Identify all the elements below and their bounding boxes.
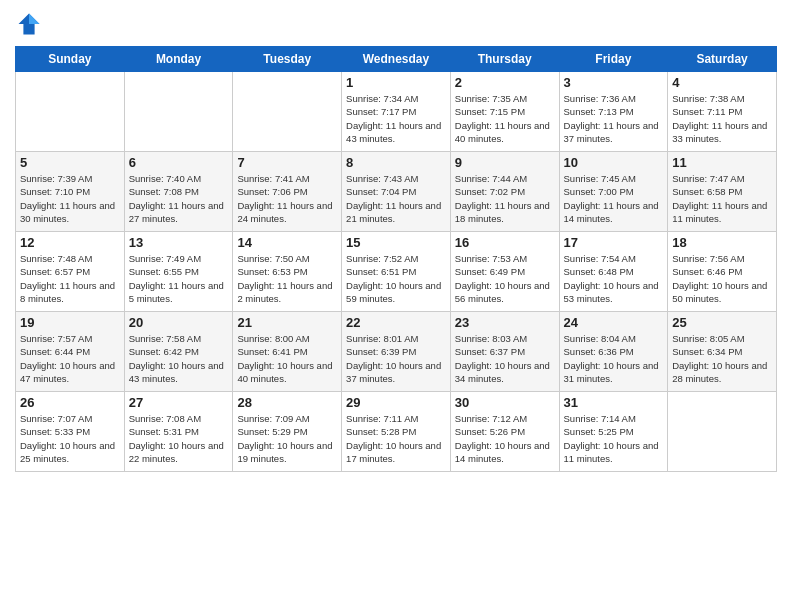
- calendar-body: 1Sunrise: 7:34 AM Sunset: 7:17 PM Daylig…: [16, 72, 777, 472]
- day-cell: 22Sunrise: 8:01 AM Sunset: 6:39 PM Dayli…: [342, 312, 451, 392]
- date-number: 27: [129, 395, 229, 410]
- week-row-1: 1Sunrise: 7:34 AM Sunset: 7:17 PM Daylig…: [16, 72, 777, 152]
- date-number: 4: [672, 75, 772, 90]
- day-cell: 15Sunrise: 7:52 AM Sunset: 6:51 PM Dayli…: [342, 232, 451, 312]
- date-number: 1: [346, 75, 446, 90]
- day-info: Sunrise: 7:14 AM Sunset: 5:25 PM Dayligh…: [564, 412, 664, 465]
- date-number: 12: [20, 235, 120, 250]
- day-cell: 8Sunrise: 7:43 AM Sunset: 7:04 PM Daylig…: [342, 152, 451, 232]
- day-info: Sunrise: 8:03 AM Sunset: 6:37 PM Dayligh…: [455, 332, 555, 385]
- day-cell: 27Sunrise: 7:08 AM Sunset: 5:31 PM Dayli…: [124, 392, 233, 472]
- date-number: 19: [20, 315, 120, 330]
- day-info: Sunrise: 7:34 AM Sunset: 7:17 PM Dayligh…: [346, 92, 446, 145]
- day-cell: 6Sunrise: 7:40 AM Sunset: 7:08 PM Daylig…: [124, 152, 233, 232]
- date-number: 11: [672, 155, 772, 170]
- day-info: Sunrise: 7:54 AM Sunset: 6:48 PM Dayligh…: [564, 252, 664, 305]
- day-info: Sunrise: 7:45 AM Sunset: 7:00 PM Dayligh…: [564, 172, 664, 225]
- day-info: Sunrise: 7:38 AM Sunset: 7:11 PM Dayligh…: [672, 92, 772, 145]
- day-info: Sunrise: 7:11 AM Sunset: 5:28 PM Dayligh…: [346, 412, 446, 465]
- day-cell: 21Sunrise: 8:00 AM Sunset: 6:41 PM Dayli…: [233, 312, 342, 392]
- weekday-header-thursday: Thursday: [450, 47, 559, 72]
- svg-marker-1: [29, 14, 40, 25]
- day-info: Sunrise: 7:09 AM Sunset: 5:29 PM Dayligh…: [237, 412, 337, 465]
- date-number: 17: [564, 235, 664, 250]
- day-cell: 26Sunrise: 7:07 AM Sunset: 5:33 PM Dayli…: [16, 392, 125, 472]
- date-number: 8: [346, 155, 446, 170]
- day-info: Sunrise: 7:50 AM Sunset: 6:53 PM Dayligh…: [237, 252, 337, 305]
- weekday-header-sunday: Sunday: [16, 47, 125, 72]
- date-number: 15: [346, 235, 446, 250]
- day-cell: [16, 72, 125, 152]
- day-cell: 30Sunrise: 7:12 AM Sunset: 5:26 PM Dayli…: [450, 392, 559, 472]
- weekday-header-row: SundayMondayTuesdayWednesdayThursdayFrid…: [16, 47, 777, 72]
- day-cell: [124, 72, 233, 152]
- day-cell: 16Sunrise: 7:53 AM Sunset: 6:49 PM Dayli…: [450, 232, 559, 312]
- date-number: 7: [237, 155, 337, 170]
- date-number: 24: [564, 315, 664, 330]
- header: [15, 10, 777, 38]
- date-number: 13: [129, 235, 229, 250]
- date-number: 29: [346, 395, 446, 410]
- day-cell: 18Sunrise: 7:56 AM Sunset: 6:46 PM Dayli…: [668, 232, 777, 312]
- week-row-3: 12Sunrise: 7:48 AM Sunset: 6:57 PM Dayli…: [16, 232, 777, 312]
- day-info: Sunrise: 7:47 AM Sunset: 6:58 PM Dayligh…: [672, 172, 772, 225]
- week-row-4: 19Sunrise: 7:57 AM Sunset: 6:44 PM Dayli…: [16, 312, 777, 392]
- weekday-header-saturday: Saturday: [668, 47, 777, 72]
- weekday-header-wednesday: Wednesday: [342, 47, 451, 72]
- day-info: Sunrise: 7:58 AM Sunset: 6:42 PM Dayligh…: [129, 332, 229, 385]
- day-cell: 19Sunrise: 7:57 AM Sunset: 6:44 PM Dayli…: [16, 312, 125, 392]
- day-cell: 29Sunrise: 7:11 AM Sunset: 5:28 PM Dayli…: [342, 392, 451, 472]
- day-cell: 10Sunrise: 7:45 AM Sunset: 7:00 PM Dayli…: [559, 152, 668, 232]
- date-number: 30: [455, 395, 555, 410]
- day-info: Sunrise: 8:00 AM Sunset: 6:41 PM Dayligh…: [237, 332, 337, 385]
- date-number: 31: [564, 395, 664, 410]
- day-info: Sunrise: 7:36 AM Sunset: 7:13 PM Dayligh…: [564, 92, 664, 145]
- week-row-2: 5Sunrise: 7:39 AM Sunset: 7:10 PM Daylig…: [16, 152, 777, 232]
- day-info: Sunrise: 8:04 AM Sunset: 6:36 PM Dayligh…: [564, 332, 664, 385]
- day-cell: [668, 392, 777, 472]
- day-cell: 7Sunrise: 7:41 AM Sunset: 7:06 PM Daylig…: [233, 152, 342, 232]
- page: SundayMondayTuesdayWednesdayThursdayFrid…: [0, 0, 792, 612]
- date-number: 14: [237, 235, 337, 250]
- day-cell: 14Sunrise: 7:50 AM Sunset: 6:53 PM Dayli…: [233, 232, 342, 312]
- logo-icon: [15, 10, 43, 38]
- date-number: 20: [129, 315, 229, 330]
- day-info: Sunrise: 7:48 AM Sunset: 6:57 PM Dayligh…: [20, 252, 120, 305]
- day-info: Sunrise: 7:40 AM Sunset: 7:08 PM Dayligh…: [129, 172, 229, 225]
- day-cell: 20Sunrise: 7:58 AM Sunset: 6:42 PM Dayli…: [124, 312, 233, 392]
- day-cell: 11Sunrise: 7:47 AM Sunset: 6:58 PM Dayli…: [668, 152, 777, 232]
- date-number: 26: [20, 395, 120, 410]
- day-cell: 28Sunrise: 7:09 AM Sunset: 5:29 PM Dayli…: [233, 392, 342, 472]
- day-cell: 1Sunrise: 7:34 AM Sunset: 7:17 PM Daylig…: [342, 72, 451, 152]
- day-cell: 9Sunrise: 7:44 AM Sunset: 7:02 PM Daylig…: [450, 152, 559, 232]
- day-info: Sunrise: 7:39 AM Sunset: 7:10 PM Dayligh…: [20, 172, 120, 225]
- day-info: Sunrise: 7:57 AM Sunset: 6:44 PM Dayligh…: [20, 332, 120, 385]
- date-number: 25: [672, 315, 772, 330]
- date-number: 21: [237, 315, 337, 330]
- day-info: Sunrise: 7:56 AM Sunset: 6:46 PM Dayligh…: [672, 252, 772, 305]
- weekday-header-friday: Friday: [559, 47, 668, 72]
- day-cell: [233, 72, 342, 152]
- week-row-5: 26Sunrise: 7:07 AM Sunset: 5:33 PM Dayli…: [16, 392, 777, 472]
- date-number: 16: [455, 235, 555, 250]
- day-info: Sunrise: 7:41 AM Sunset: 7:06 PM Dayligh…: [237, 172, 337, 225]
- day-info: Sunrise: 7:07 AM Sunset: 5:33 PM Dayligh…: [20, 412, 120, 465]
- date-number: 3: [564, 75, 664, 90]
- date-number: 23: [455, 315, 555, 330]
- day-cell: 3Sunrise: 7:36 AM Sunset: 7:13 PM Daylig…: [559, 72, 668, 152]
- weekday-header-monday: Monday: [124, 47, 233, 72]
- date-number: 9: [455, 155, 555, 170]
- calendar-table: SundayMondayTuesdayWednesdayThursdayFrid…: [15, 46, 777, 472]
- day-info: Sunrise: 7:53 AM Sunset: 6:49 PM Dayligh…: [455, 252, 555, 305]
- date-number: 10: [564, 155, 664, 170]
- day-cell: 25Sunrise: 8:05 AM Sunset: 6:34 PM Dayli…: [668, 312, 777, 392]
- day-info: Sunrise: 7:52 AM Sunset: 6:51 PM Dayligh…: [346, 252, 446, 305]
- day-info: Sunrise: 7:08 AM Sunset: 5:31 PM Dayligh…: [129, 412, 229, 465]
- date-number: 5: [20, 155, 120, 170]
- day-cell: 12Sunrise: 7:48 AM Sunset: 6:57 PM Dayli…: [16, 232, 125, 312]
- logo: [15, 10, 45, 38]
- day-cell: 17Sunrise: 7:54 AM Sunset: 6:48 PM Dayli…: [559, 232, 668, 312]
- day-info: Sunrise: 7:35 AM Sunset: 7:15 PM Dayligh…: [455, 92, 555, 145]
- day-info: Sunrise: 8:05 AM Sunset: 6:34 PM Dayligh…: [672, 332, 772, 385]
- date-number: 6: [129, 155, 229, 170]
